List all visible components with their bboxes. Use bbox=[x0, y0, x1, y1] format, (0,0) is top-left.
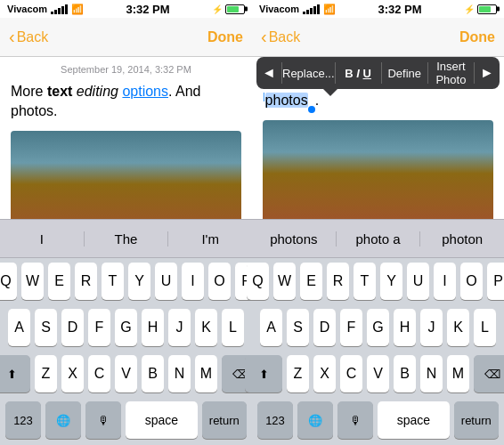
back-button-left[interactable]: ‹ Back bbox=[9, 28, 48, 47]
key-G-left[interactable]: G bbox=[115, 309, 137, 346]
bottom-row-right: 123 🌐 🎙 space return bbox=[255, 401, 501, 439]
note-image-left bbox=[11, 131, 241, 219]
key-Q-right[interactable]: Q bbox=[247, 263, 269, 300]
left-panel: Vivacom 📶 3:32 PM ⚡ ‹ Back Done Sept bbox=[0, 0, 252, 445]
shift-key-right[interactable]: ⬆ bbox=[245, 355, 282, 392]
key-S-left[interactable]: S bbox=[35, 309, 57, 346]
suggestion-right-3[interactable]: photon bbox=[420, 231, 504, 247]
key-J-left[interactable]: J bbox=[168, 309, 191, 346]
key-T-right[interactable]: T bbox=[354, 263, 376, 300]
key-X-right[interactable]: X bbox=[313, 355, 336, 392]
time-left: 3:32 PM bbox=[126, 3, 169, 16]
context-menu-right-arrow[interactable]: ► bbox=[475, 65, 500, 81]
key-E-left[interactable]: E bbox=[48, 263, 70, 300]
note-text-bold-left: text bbox=[47, 84, 72, 99]
key-B-right[interactable]: B bbox=[394, 355, 416, 392]
suggestion-right-2[interactable]: photo a bbox=[337, 231, 421, 247]
key-M-left[interactable]: M bbox=[195, 355, 217, 392]
suggestion-left-2[interactable]: The bbox=[85, 231, 169, 247]
key-row-1-right: Q W E R T Y U I O P bbox=[255, 263, 501, 300]
shift-key-left[interactable]: ⬆ bbox=[0, 355, 30, 392]
key-U-left[interactable]: U bbox=[155, 263, 177, 300]
delete-key-right[interactable]: ⌫ bbox=[474, 355, 504, 392]
key-H-right[interactable]: H bbox=[394, 309, 416, 346]
suggestion-right-1[interactable]: photons bbox=[252, 231, 337, 247]
key-T-left[interactable]: T bbox=[102, 263, 124, 300]
key-S-right[interactable]: S bbox=[287, 309, 309, 346]
key-X-left[interactable]: X bbox=[61, 355, 84, 392]
key-A-right[interactable]: A bbox=[260, 309, 282, 346]
done-button-left[interactable]: Done bbox=[207, 29, 243, 45]
key-L-left[interactable]: L bbox=[222, 309, 244, 346]
key-return-left[interactable]: return bbox=[202, 401, 247, 439]
key-O-right[interactable]: O bbox=[460, 263, 483, 300]
key-globe-left[interactable]: 🌐 bbox=[45, 401, 81, 439]
keyboard-rows-right: Q W E R T Y U I O P A S D F G H J K L bbox=[252, 258, 504, 439]
key-V-left[interactable]: V bbox=[115, 355, 137, 392]
back-chevron-left: ‹ bbox=[9, 27, 15, 47]
back-chevron-right: ‹ bbox=[261, 27, 267, 47]
wifi-icon-right: 📶 bbox=[323, 4, 336, 15]
key-R-right[interactable]: R bbox=[327, 263, 349, 300]
key-H-left[interactable]: H bbox=[142, 309, 164, 346]
key-E-right[interactable]: E bbox=[300, 263, 322, 300]
key-A-left[interactable]: A bbox=[8, 309, 30, 346]
carrier-right: Vivacom bbox=[259, 4, 299, 14]
key-Z-right[interactable]: Z bbox=[287, 355, 309, 392]
suggestion-left-1[interactable]: I bbox=[0, 231, 85, 247]
key-W-right[interactable]: W bbox=[273, 263, 296, 300]
key-C-left[interactable]: C bbox=[88, 355, 110, 392]
ctx-insert-photo[interactable]: Insert Photo bbox=[428, 60, 474, 86]
note-text-left[interactable]: More text editing options. Andphotos. bbox=[11, 82, 241, 122]
key-L-right[interactable]: L bbox=[474, 309, 496, 346]
key-R-left[interactable]: R bbox=[75, 263, 97, 300]
bluetooth-icon-left: ⚡ bbox=[212, 4, 223, 14]
key-C-right[interactable]: C bbox=[340, 355, 362, 392]
key-B-left[interactable]: B bbox=[142, 355, 164, 392]
key-K-left[interactable]: K bbox=[195, 309, 217, 346]
status-right-left: ⚡ bbox=[212, 4, 245, 14]
key-mic-left[interactable]: 🎙 bbox=[85, 401, 121, 439]
key-Q-left[interactable]: Q bbox=[0, 263, 17, 300]
key-P-right[interactable]: P bbox=[487, 263, 504, 300]
ctx-biu[interactable]: B I U bbox=[336, 67, 381, 80]
note-date-left: September 19, 2014, 3:32 PM bbox=[11, 64, 241, 75]
key-I-right[interactable]: I bbox=[434, 263, 456, 300]
ctx-replace[interactable]: Replace... bbox=[282, 67, 335, 80]
back-button-right[interactable]: ‹ Back bbox=[261, 28, 300, 47]
key-globe-right[interactable]: 🌐 bbox=[297, 401, 333, 439]
key-V-right[interactable]: V bbox=[367, 355, 389, 392]
key-space-right[interactable]: space bbox=[378, 401, 450, 439]
back-label-left: Back bbox=[17, 29, 49, 45]
key-N-right[interactable]: N bbox=[420, 355, 443, 392]
suggestion-left-3[interactable]: I'm bbox=[168, 231, 252, 247]
key-J-right[interactable]: J bbox=[420, 309, 443, 346]
key-D-left[interactable]: D bbox=[61, 309, 84, 346]
key-F-right[interactable]: F bbox=[340, 309, 362, 346]
context-menu-left-arrow[interactable]: ◄ bbox=[256, 65, 281, 81]
battery-icon-left bbox=[225, 4, 245, 14]
key-123-right[interactable]: 123 bbox=[257, 401, 293, 439]
key-I-left[interactable]: I bbox=[182, 263, 204, 300]
ctx-define[interactable]: Define bbox=[382, 67, 427, 80]
nav-bar-left: ‹ Back Done bbox=[0, 18, 252, 57]
key-mic-right[interactable]: 🎙 bbox=[337, 401, 373, 439]
key-G-right[interactable]: G bbox=[367, 309, 389, 346]
key-K-right[interactable]: K bbox=[447, 309, 469, 346]
key-123-left[interactable]: 123 bbox=[5, 401, 41, 439]
key-return-right[interactable]: return bbox=[454, 401, 499, 439]
key-N-left[interactable]: N bbox=[168, 355, 191, 392]
key-U-right[interactable]: U bbox=[407, 263, 429, 300]
key-M-right[interactable]: M bbox=[447, 355, 469, 392]
note-text-more-left: More bbox=[11, 84, 47, 99]
key-Y-right[interactable]: Y bbox=[380, 263, 402, 300]
key-F-left[interactable]: F bbox=[88, 309, 110, 346]
key-W-left[interactable]: W bbox=[21, 263, 44, 300]
key-O-left[interactable]: O bbox=[208, 263, 231, 300]
key-D-right[interactable]: D bbox=[313, 309, 336, 346]
keyboard-left: I The I'm Q W E R T Y U I O P A S D F bbox=[0, 219, 252, 445]
key-Z-left[interactable]: Z bbox=[35, 355, 57, 392]
key-Y-left[interactable]: Y bbox=[128, 263, 150, 300]
done-button-right[interactable]: Done bbox=[459, 29, 495, 45]
key-space-left[interactable]: space bbox=[126, 401, 198, 439]
